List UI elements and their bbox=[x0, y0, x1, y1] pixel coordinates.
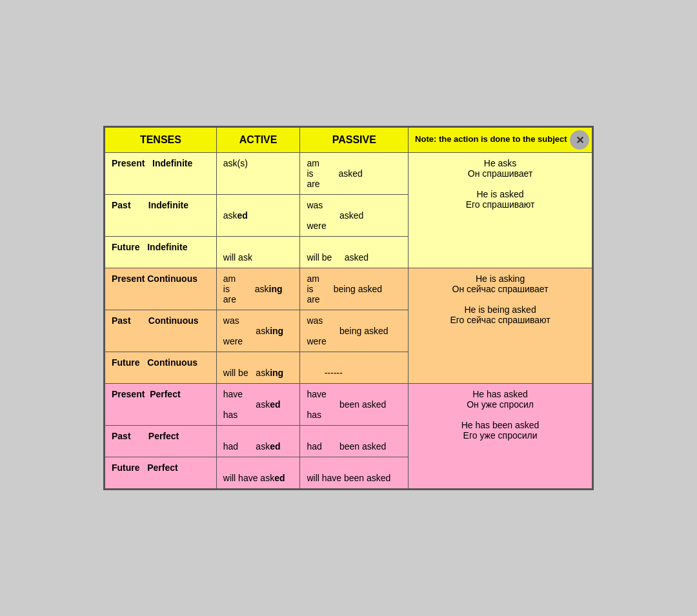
table-row: Present Perfect have askedhas have been … bbox=[105, 384, 592, 426]
table-row: Present Indefinite ask(s) amis askedare … bbox=[105, 153, 592, 195]
tense-future-perfect: Future Perfect bbox=[105, 457, 217, 489]
active-future-perfect: will have asked bbox=[216, 457, 300, 489]
tense-future-continuous: Future Continuous bbox=[105, 352, 217, 384]
active-future-indefinite: will ask bbox=[216, 237, 300, 268]
table-row: Present Continuous amis askingare amis b… bbox=[105, 268, 592, 310]
passive-past-continuous: was being askedwere bbox=[300, 310, 409, 352]
passive-future-perfect: will have been asked bbox=[300, 457, 409, 489]
note-perfect: He has askedОн уже спросилHe has been as… bbox=[409, 384, 592, 489]
grammar-table-wrapper: ✕ TENSES ACTIVE PASSIVE Note: the action… bbox=[103, 126, 594, 490]
header-tenses: TENSES bbox=[105, 128, 217, 153]
passive-present-indefinite: amis askedare bbox=[300, 153, 409, 195]
passive-past-indefinite: was askedwere bbox=[300, 195, 409, 237]
note-bold: Note: bbox=[415, 134, 436, 144]
tense-past-perfect: Past Perfect bbox=[105, 426, 217, 457]
tense-past-indefinite: Past Indefinite bbox=[105, 195, 217, 237]
header-note: Note: the action is done to the subject bbox=[409, 128, 592, 153]
note-content: the action is done to the subject bbox=[436, 134, 567, 144]
active-present-indefinite: ask(s) bbox=[216, 153, 300, 195]
active-future-continuous: will be asking bbox=[216, 352, 300, 384]
note-present-indefinite: He asksОн спрашиваетHe is askedЕго спраш… bbox=[409, 153, 592, 268]
note-continuous: He is askingОн сейчас спрашиваетHe is be… bbox=[409, 268, 592, 384]
tense-present-perfect: Present Perfect bbox=[105, 384, 217, 426]
active-present-perfect: have askedhas bbox=[216, 384, 300, 426]
header-passive: PASSIVE bbox=[300, 128, 409, 153]
active-past-continuous: was askingwere bbox=[216, 310, 300, 352]
active-past-perfect: had asked bbox=[216, 426, 300, 457]
passive-past-perfect: had been asked bbox=[300, 426, 409, 457]
tense-present-continuous: Present Continuous bbox=[105, 268, 217, 310]
tense-past-continuous: Past Continuous bbox=[105, 310, 217, 352]
passive-present-continuous: amis being askedare bbox=[300, 268, 409, 310]
active-present-continuous: amis askingare bbox=[216, 268, 300, 310]
passive-present-perfect: have been askedhas bbox=[300, 384, 409, 426]
active-past-indefinite: asked bbox=[216, 195, 300, 237]
passive-future-indefinite: will be asked bbox=[300, 237, 409, 268]
tense-future-indefinite: Future Indefinite bbox=[105, 237, 217, 268]
tense-present-indefinite: Present Indefinite bbox=[105, 153, 217, 195]
header-active: ACTIVE bbox=[216, 128, 300, 153]
close-button[interactable]: ✕ bbox=[570, 130, 589, 150]
table-header: TENSES ACTIVE PASSIVE Note: the action i… bbox=[105, 128, 592, 153]
passive-future-continuous: ------ bbox=[300, 352, 409, 384]
